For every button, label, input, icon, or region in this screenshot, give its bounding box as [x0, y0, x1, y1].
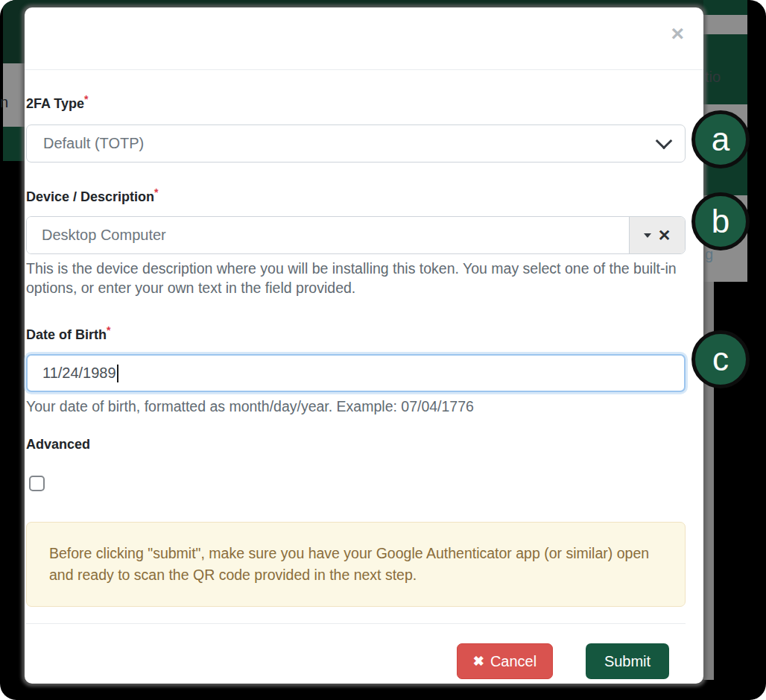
- modal-footer: ✖ Cancel Submit: [26, 623, 686, 679]
- backdrop-left-green-2: [3, 127, 25, 161]
- device-description-help: This is the device description where you…: [26, 259, 686, 297]
- advanced-label: Advanced: [26, 436, 686, 453]
- modal-body: 2FA Type* Default (TOTP) Device / Descri…: [25, 91, 703, 679]
- text-cursor: [117, 365, 118, 382]
- date-of-birth-input[interactable]: 11/24/1989: [26, 354, 686, 392]
- advanced-checkbox[interactable]: [29, 476, 45, 491]
- date-of-birth-value: 11/24/1989: [42, 365, 116, 382]
- required-asterisk: *: [154, 186, 158, 198]
- device-description-dropdown-toggle[interactable]: ✕: [629, 217, 685, 253]
- screenshot-frame: n tio g × 2FA Type* Default (TOTP) Devic…: [0, 0, 766, 700]
- backdrop-left-green: [3, 0, 25, 69]
- device-description-label: Device / Description*: [26, 184, 686, 205]
- device-description-combobox: ✕: [26, 216, 686, 254]
- required-asterisk: *: [107, 324, 110, 336]
- annotation-badge-b: b: [691, 192, 750, 250]
- required-asterisk: *: [84, 93, 88, 105]
- backdrop-text-fragment-left: n: [0, 94, 8, 111]
- twofa-type-selected-value: Default (TOTP): [43, 135, 658, 152]
- date-of-birth-label: Date of Birth*: [26, 322, 686, 343]
- caret-down-icon: [644, 233, 651, 238]
- backdrop-right-content-1: [703, 15, 747, 34]
- chevron-down-icon: [656, 132, 673, 149]
- warning-alert: Before clicking "submit", make sure you …: [26, 522, 686, 607]
- modal-header: ×: [25, 7, 703, 70]
- twofa-type-select[interactable]: Default (TOTP): [26, 124, 686, 163]
- annotation-badge-a: a: [691, 110, 750, 168]
- cancel-x-icon: ✖: [473, 653, 484, 669]
- backdrop-text-fragment-right-top: tio: [705, 69, 721, 86]
- cancel-button-label: Cancel: [490, 653, 536, 670]
- twofa-setup-modal: × 2FA Type* Default (TOTP) Device / Desc…: [25, 7, 703, 684]
- submit-button[interactable]: Submit: [586, 643, 669, 679]
- device-description-input[interactable]: [27, 217, 629, 253]
- date-of-birth-help: Your date of birth, formatted as month/d…: [26, 397, 686, 416]
- twofa-type-label: 2FA Type*: [26, 91, 686, 112]
- close-icon[interactable]: ×: [671, 22, 684, 45]
- cancel-button[interactable]: ✖ Cancel: [457, 643, 553, 679]
- annotation-badge-c: c: [691, 330, 750, 388]
- clear-icon[interactable]: ✕: [658, 227, 671, 243]
